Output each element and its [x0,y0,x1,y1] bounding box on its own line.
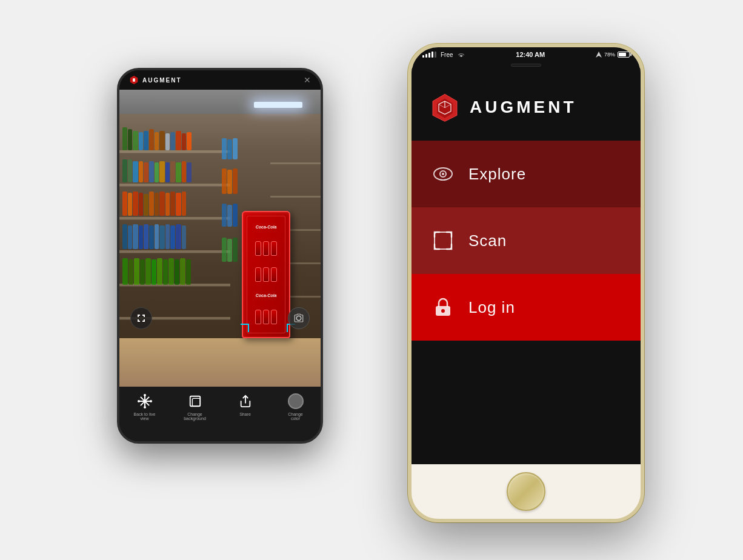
ios-earpiece-area [411,62,641,68]
product [182,161,186,182]
product [144,194,148,216]
coke-bottle-row-3 [255,310,277,324]
svg-point-10 [150,400,152,402]
product [128,129,132,150]
wifi-icon [457,52,465,58]
login-icon [432,296,454,318]
svg-point-21 [442,173,444,175]
login-label: Log in [468,298,515,317]
coke-bottle [263,310,269,324]
android-toolbar: Back to live view Change background [119,387,321,441]
share-icon [237,393,254,410]
product [187,132,192,150]
lock-svg-icon [435,298,451,317]
svg-rect-11 [190,396,200,407]
product [168,258,174,285]
explore-menu-item[interactable]: Explore [411,141,641,207]
svg-rect-22 [435,232,451,249]
product [140,259,145,285]
change-color-button[interactable]: Change color [278,393,314,421]
android-phone: AUGMENT ✕ [117,68,323,444]
sig-bar-2 [425,54,427,58]
product [182,225,186,249]
product [144,162,148,182]
coke-fridge-ar-model: Coca-Cola Coca-Cola [242,211,290,338]
shelf-right-2 [270,196,321,198]
change-color-icon [287,393,304,410]
product-right [227,205,232,227]
scan-menu-item[interactable]: Scan [411,207,641,274]
shelf-level-4 [119,250,230,253]
coke-brand-label-2: Coca-Cola [256,293,277,298]
augment-hex-logo [430,92,460,122]
product [187,162,192,182]
product-right [233,138,238,159]
back-live-label: Back to live view [134,412,156,421]
svg-rect-1 [133,78,135,81]
android-app-logo: AUGMENT [129,75,182,85]
product [170,192,175,216]
product [159,225,165,249]
svg-point-2 [296,316,301,321]
product [182,192,186,216]
live-view-icon [136,393,153,410]
eye-svg-icon [433,167,453,181]
change-background-button[interactable]: Change background [177,393,213,421]
android-app-name: AUGMENT [142,77,182,84]
coke-bottle [255,241,261,256]
sig-bar-5 [435,52,436,58]
product [165,133,170,150]
product [122,127,127,150]
product [176,162,181,182]
location-icon [596,52,602,58]
shelf-level-1 [119,150,230,153]
product [155,132,159,150]
product [139,132,143,150]
coke-bottle [255,267,261,282]
product-right [227,139,232,159]
share-button[interactable]: Share [227,393,264,416]
back-to-live-view-button[interactable]: Back to live view [127,393,163,421]
carrier-name: Free [441,52,453,58]
product [133,192,138,216]
product [128,225,132,249]
svg-point-24 [441,309,445,313]
svg-point-9 [138,400,140,402]
expand-button[interactable] [130,307,152,329]
android-close-button[interactable]: ✕ [304,75,311,85]
scan-label: Scan [468,232,507,250]
product [159,131,165,150]
product [139,193,143,216]
product [170,161,175,182]
product [165,162,170,182]
camera-capture-button[interactable] [288,307,310,329]
share-label: Share [239,412,251,416]
product [186,259,191,285]
ios-app-header: AUGMENT [411,68,641,141]
explore-label: Explore [468,165,526,184]
product [122,159,127,182]
ios-home-button[interactable] [507,472,545,511]
product [159,192,165,216]
product [149,192,154,216]
product-right [227,170,232,194]
ios-home-area [411,464,641,519]
product [157,258,162,285]
product [133,161,138,182]
product [175,259,179,285]
login-menu-item[interactable]: Log in [411,274,641,341]
product [134,258,139,285]
product-right [233,168,238,194]
product [128,259,133,285]
product [155,224,159,249]
product-right [222,168,227,194]
battery-icon [618,52,630,58]
sig-bar-3 [428,53,430,58]
coke-bottle [271,267,277,282]
product [163,259,168,285]
product [176,224,181,249]
ios-screen: AUGMENT Explore [411,68,641,464]
product [152,259,156,285]
product [122,258,128,285]
scan-icon [432,230,454,252]
